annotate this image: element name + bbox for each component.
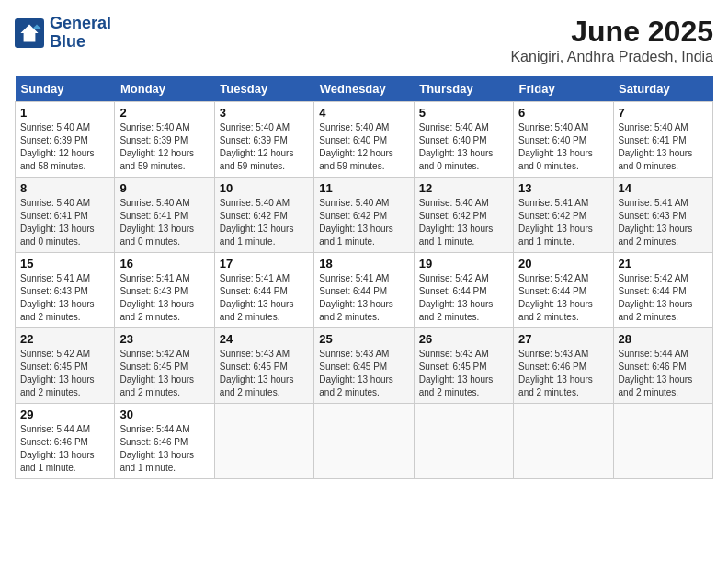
day-number: 29: [20, 408, 109, 421]
day-info: Sunrise: 5:40 AM Sunset: 6:39 PM Dayligh…: [20, 121, 109, 173]
day-number: 21: [619, 257, 708, 270]
page-title: June 2025: [510, 15, 713, 49]
calendar-cell: 26Sunrise: 5:43 AM Sunset: 6:45 PM Dayli…: [414, 328, 513, 404]
day-number: 22: [20, 332, 109, 346]
calendar-cell: 8Sunrise: 5:40 AM Sunset: 6:41 PM Daylig…: [16, 178, 115, 253]
day-info: Sunrise: 5:41 AM Sunset: 6:43 PM Dayligh…: [619, 197, 708, 248]
day-number: 1: [20, 106, 109, 120]
calendar-cell: 28Sunrise: 5:44 AM Sunset: 6:46 PM Dayli…: [613, 328, 712, 404]
calendar-cell: 1Sunrise: 5:40 AM Sunset: 6:39 PM Daylig…: [16, 102, 115, 178]
title-area: June 2025 Kanigiri, Andhra Pradesh, Indi…: [510, 15, 713, 65]
calendar-cell: 7Sunrise: 5:40 AM Sunset: 6:41 PM Daylig…: [613, 102, 712, 178]
calendar-cell: 25Sunrise: 5:43 AM Sunset: 6:45 PM Dayli…: [314, 328, 414, 404]
calendar-cell: 14Sunrise: 5:41 AM Sunset: 6:43 PM Dayli…: [613, 178, 712, 253]
calendar-cell: 29Sunrise: 5:44 AM Sunset: 6:46 PM Dayli…: [16, 404, 115, 479]
day-number: 6: [518, 106, 608, 120]
calendar-cell: 19Sunrise: 5:42 AM Sunset: 6:44 PM Dayli…: [414, 253, 513, 328]
day-info: Sunrise: 5:44 AM Sunset: 6:46 PM Dayligh…: [619, 348, 708, 399]
logo-icon: [15, 18, 44, 48]
day-info: Sunrise: 5:40 AM Sunset: 6:40 PM Dayligh…: [319, 121, 408, 173]
calendar-cell: 9Sunrise: 5:40 AM Sunset: 6:41 PM Daylig…: [115, 178, 214, 253]
calendar-cell: 22Sunrise: 5:42 AM Sunset: 6:45 PM Dayli…: [16, 328, 115, 404]
day-number: 28: [619, 332, 708, 346]
page-subtitle: Kanigiri, Andhra Pradesh, India: [510, 49, 713, 65]
calendar-cell: [613, 404, 712, 479]
calendar-cell: 5Sunrise: 5:40 AM Sunset: 6:40 PM Daylig…: [414, 102, 513, 178]
day-info: Sunrise: 5:43 AM Sunset: 6:45 PM Dayligh…: [319, 348, 408, 399]
calendar-week-5: 29Sunrise: 5:44 AM Sunset: 6:46 PM Dayli…: [16, 404, 713, 479]
day-info: Sunrise: 5:43 AM Sunset: 6:45 PM Dayligh…: [220, 348, 309, 399]
calendar-cell: 16Sunrise: 5:41 AM Sunset: 6:43 PM Dayli…: [115, 253, 214, 328]
logo-text: General Blue: [50, 15, 111, 52]
day-number: 9: [119, 181, 209, 195]
col-monday: Monday: [115, 76, 214, 102]
day-info: Sunrise: 5:42 AM Sunset: 6:44 PM Dayligh…: [518, 272, 608, 324]
calendar-table: Sunday Monday Tuesday Wednesday Thursday…: [15, 76, 713, 479]
day-info: Sunrise: 5:44 AM Sunset: 6:46 PM Dayligh…: [20, 423, 109, 475]
day-info: Sunrise: 5:42 AM Sunset: 6:45 PM Dayligh…: [119, 348, 209, 399]
calendar-cell: [414, 404, 513, 479]
calendar-cell: 27Sunrise: 5:43 AM Sunset: 6:46 PM Dayli…: [514, 328, 613, 404]
day-info: Sunrise: 5:42 AM Sunset: 6:44 PM Dayligh…: [419, 272, 508, 324]
calendar-cell: [214, 404, 313, 479]
day-info: Sunrise: 5:40 AM Sunset: 6:42 PM Dayligh…: [220, 197, 309, 248]
calendar-cell: 24Sunrise: 5:43 AM Sunset: 6:45 PM Dayli…: [214, 328, 313, 404]
day-number: 13: [518, 181, 608, 195]
calendar-cell: 4Sunrise: 5:40 AM Sunset: 6:40 PM Daylig…: [314, 102, 414, 178]
calendar-cell: 13Sunrise: 5:41 AM Sunset: 6:42 PM Dayli…: [514, 178, 613, 253]
col-wednesday: Wednesday: [314, 76, 414, 102]
day-info: Sunrise: 5:42 AM Sunset: 6:45 PM Dayligh…: [20, 348, 109, 399]
calendar-cell: 21Sunrise: 5:42 AM Sunset: 6:44 PM Dayli…: [613, 253, 712, 328]
day-info: Sunrise: 5:42 AM Sunset: 6:44 PM Dayligh…: [619, 272, 708, 324]
day-number: 30: [119, 408, 209, 421]
calendar-week-2: 8Sunrise: 5:40 AM Sunset: 6:41 PM Daylig…: [16, 178, 713, 253]
day-info: Sunrise: 5:41 AM Sunset: 6:43 PM Dayligh…: [20, 272, 109, 324]
day-number: 20: [518, 257, 608, 270]
day-info: Sunrise: 5:40 AM Sunset: 6:39 PM Dayligh…: [119, 121, 209, 173]
day-number: 5: [419, 106, 508, 120]
day-number: 26: [419, 332, 508, 346]
calendar-week-1: 1Sunrise: 5:40 AM Sunset: 6:39 PM Daylig…: [16, 102, 713, 178]
calendar-cell: 3Sunrise: 5:40 AM Sunset: 6:39 PM Daylig…: [214, 102, 313, 178]
day-number: 15: [20, 257, 109, 270]
day-number: 2: [119, 106, 209, 120]
day-info: Sunrise: 5:41 AM Sunset: 6:44 PM Dayligh…: [220, 272, 309, 324]
day-number: 24: [220, 332, 309, 346]
day-info: Sunrise: 5:40 AM Sunset: 6:40 PM Dayligh…: [419, 121, 508, 173]
day-number: 19: [419, 257, 508, 270]
day-number: 14: [619, 181, 708, 195]
day-info: Sunrise: 5:43 AM Sunset: 6:45 PM Dayligh…: [419, 348, 508, 399]
day-number: 23: [119, 332, 209, 346]
col-thursday: Thursday: [414, 76, 513, 102]
day-number: 8: [20, 181, 109, 195]
day-info: Sunrise: 5:40 AM Sunset: 6:42 PM Dayligh…: [319, 197, 408, 248]
day-info: Sunrise: 5:40 AM Sunset: 6:41 PM Dayligh…: [119, 197, 209, 248]
day-info: Sunrise: 5:41 AM Sunset: 6:42 PM Dayligh…: [518, 197, 608, 248]
col-tuesday: Tuesday: [214, 76, 313, 102]
day-info: Sunrise: 5:40 AM Sunset: 6:40 PM Dayligh…: [518, 121, 608, 173]
calendar-cell: [314, 404, 414, 479]
page-header: General Blue June 2025 Kanigiri, Andhra …: [15, 15, 713, 65]
col-saturday: Saturday: [613, 76, 712, 102]
day-info: Sunrise: 5:40 AM Sunset: 6:41 PM Dayligh…: [619, 121, 708, 173]
day-info: Sunrise: 5:40 AM Sunset: 6:41 PM Dayligh…: [20, 197, 109, 248]
calendar-cell: 30Sunrise: 5:44 AM Sunset: 6:46 PM Dayli…: [115, 404, 214, 479]
day-info: Sunrise: 5:40 AM Sunset: 6:39 PM Dayligh…: [220, 121, 309, 173]
calendar-cell: 23Sunrise: 5:42 AM Sunset: 6:45 PM Dayli…: [115, 328, 214, 404]
day-number: 27: [518, 332, 608, 346]
day-info: Sunrise: 5:44 AM Sunset: 6:46 PM Dayligh…: [119, 423, 209, 475]
day-info: Sunrise: 5:41 AM Sunset: 6:44 PM Dayligh…: [319, 272, 408, 324]
calendar-cell: [514, 404, 613, 479]
col-friday: Friday: [514, 76, 613, 102]
day-number: 7: [619, 106, 708, 120]
day-number: 10: [220, 181, 309, 195]
day-info: Sunrise: 5:41 AM Sunset: 6:43 PM Dayligh…: [119, 272, 209, 324]
calendar-cell: 6Sunrise: 5:40 AM Sunset: 6:40 PM Daylig…: [514, 102, 613, 178]
day-number: 17: [220, 257, 309, 270]
calendar-week-3: 15Sunrise: 5:41 AM Sunset: 6:43 PM Dayli…: [16, 253, 713, 328]
calendar-cell: 10Sunrise: 5:40 AM Sunset: 6:42 PM Dayli…: [214, 178, 313, 253]
day-number: 3: [220, 106, 309, 120]
col-sunday: Sunday: [16, 76, 115, 102]
logo: General Blue: [15, 15, 111, 52]
calendar-cell: 2Sunrise: 5:40 AM Sunset: 6:39 PM Daylig…: [115, 102, 214, 178]
